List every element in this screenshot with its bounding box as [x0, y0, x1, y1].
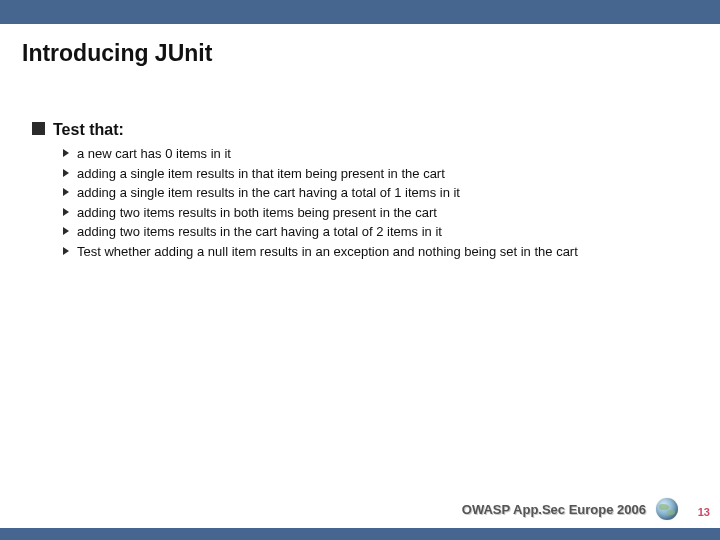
bottom-band — [0, 528, 720, 540]
footer: OWASP App.Sec Europe 2006 — [462, 498, 678, 520]
arrow-icon — [62, 246, 70, 256]
bullet-list: a new cart has 0 items in it adding a si… — [62, 145, 688, 260]
list-item: a new cart has 0 items in it — [62, 145, 688, 163]
list-item: adding a single item results in that ite… — [62, 165, 688, 183]
footer-text: OWASP App.Sec Europe 2006 — [462, 502, 646, 517]
top-band — [0, 0, 720, 24]
heading-row: Test that: — [32, 120, 688, 139]
slide: Introducing JUnit Test that: a new cart … — [0, 0, 720, 540]
arrow-icon — [62, 207, 70, 217]
list-item-text: adding a single item results in that ite… — [77, 165, 445, 183]
square-bullet-icon — [32, 122, 45, 135]
list-item: adding two items results in both items b… — [62, 204, 688, 222]
globe-icon — [656, 498, 678, 520]
arrow-icon — [62, 148, 70, 158]
list-item: Test whether adding a null item results … — [62, 243, 688, 261]
slide-content: Test that: a new cart has 0 items in it … — [32, 120, 688, 262]
arrow-icon — [62, 187, 70, 197]
list-item-text: adding a single item results in the cart… — [77, 184, 460, 202]
arrow-icon — [62, 226, 70, 236]
page-number: 13 — [698, 506, 710, 518]
arrow-icon — [62, 168, 70, 178]
heading-text: Test that: — [53, 120, 124, 139]
list-item: adding a single item results in the cart… — [62, 184, 688, 202]
list-item: adding two items results in the cart hav… — [62, 223, 688, 241]
list-item-text: Test whether adding a null item results … — [77, 243, 578, 261]
list-item-text: a new cart has 0 items in it — [77, 145, 231, 163]
list-item-text: adding two items results in both items b… — [77, 204, 437, 222]
list-item-text: adding two items results in the cart hav… — [77, 223, 442, 241]
slide-title: Introducing JUnit — [22, 40, 212, 67]
